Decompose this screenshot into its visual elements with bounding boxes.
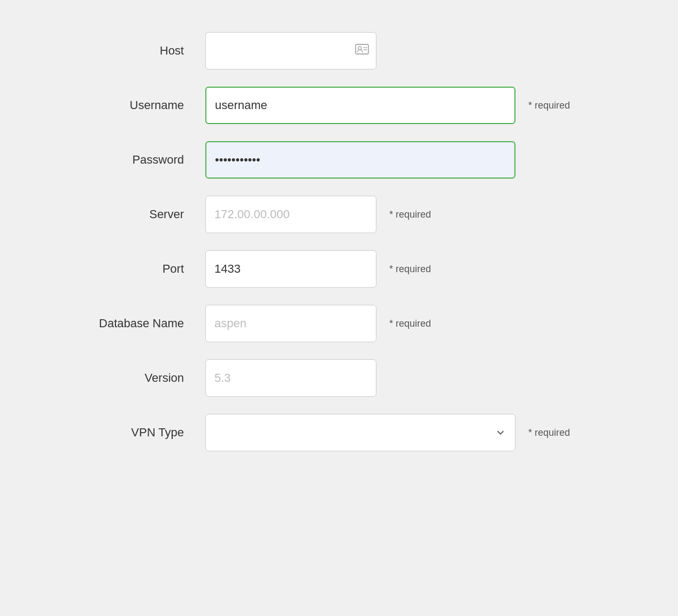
version-label: Version	[88, 371, 205, 385]
server-required: * required	[389, 209, 431, 220]
vpn-type-label: VPN Type	[88, 426, 205, 440]
database-name-row: Database Name * required	[88, 305, 590, 342]
server-label: Server	[88, 207, 205, 221]
server-row: Server * required	[88, 196, 590, 233]
vpn-type-select[interactable]	[205, 414, 515, 451]
database-name-required: * required	[389, 318, 431, 329]
version-row: Version	[88, 359, 590, 397]
host-input[interactable]	[205, 32, 376, 70]
port-label: Port	[88, 262, 205, 276]
host-row: Host	[88, 32, 590, 70]
host-label: Host	[88, 44, 205, 58]
server-input-wrapper	[205, 196, 376, 233]
version-input[interactable]	[205, 359, 376, 397]
vpn-type-required: * required	[528, 427, 570, 438]
form-container: Host Username * required Password	[45, 21, 633, 479]
host-input-wrapper	[205, 32, 376, 70]
vpn-type-row: VPN Type * required	[88, 414, 590, 451]
database-name-label: Database Name	[88, 317, 205, 330]
username-input[interactable]	[205, 87, 515, 124]
database-name-input[interactable]	[205, 305, 376, 342]
port-input[interactable]	[205, 250, 376, 288]
username-row: Username * required	[88, 87, 590, 124]
svg-point-1	[358, 47, 361, 50]
port-row: Port * required	[88, 250, 590, 288]
username-label: Username	[88, 98, 205, 112]
port-required: * required	[389, 264, 431, 275]
version-input-wrapper	[205, 359, 376, 397]
contact-card-icon	[355, 44, 369, 58]
database-name-input-wrapper	[205, 305, 376, 342]
password-row: Password	[88, 141, 590, 179]
port-input-wrapper	[205, 250, 376, 288]
password-input[interactable]	[205, 141, 515, 179]
username-input-wrapper	[205, 87, 515, 124]
svg-rect-0	[356, 44, 368, 54]
server-input[interactable]	[205, 196, 376, 233]
password-input-wrapper	[205, 141, 515, 179]
vpn-type-select-wrapper	[205, 414, 515, 451]
username-required: * required	[528, 100, 570, 111]
password-label: Password	[88, 153, 205, 167]
